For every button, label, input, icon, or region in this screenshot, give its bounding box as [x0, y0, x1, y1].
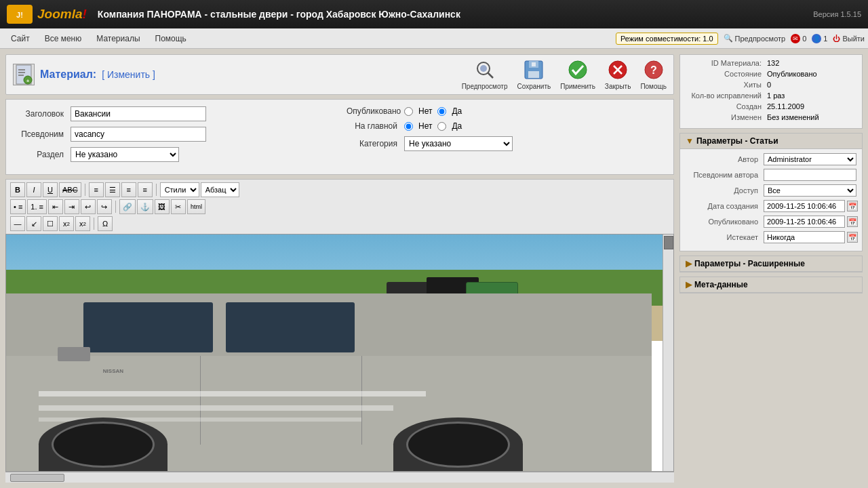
form-area: Заголовок Псевдоним Раздел Не указано	[5, 99, 674, 175]
alias-input[interactable]	[71, 127, 206, 142]
align-right-button[interactable]: ≡	[121, 182, 136, 197]
nav-materials[interactable]: Материалы	[89, 30, 147, 47]
source-button[interactable]: html	[187, 199, 205, 214]
navbar: Сайт Все меню Материалы Помощь Режим сов…	[0, 28, 868, 49]
cleanup-button[interactable]: ✂	[171, 199, 186, 214]
meta-section: ▶ Мета-данные	[679, 277, 863, 293]
align-left-button[interactable]: ≡	[89, 182, 104, 197]
params-article-section: ▼ Параметры - Статьи Автор Administrator…	[679, 133, 863, 251]
right-panel: ID Материала: 132 Состояние Опубликовано…	[679, 54, 863, 483]
bold-button[interactable]: B	[10, 182, 25, 197]
published-date-cal-icon[interactable]: 📅	[847, 216, 858, 227]
underline-button[interactable]: U	[43, 182, 58, 197]
strikethrough-button[interactable]: ABC	[59, 182, 81, 197]
link-button[interactable]: 🔗	[119, 199, 136, 214]
pagebreak-button[interactable]: ↙	[26, 216, 41, 231]
image-button[interactable]: 🖼	[155, 199, 170, 214]
meta-arrow: ▶	[686, 280, 692, 289]
compat-mode[interactable]: Режим совместимости: 1.0	[616, 33, 718, 45]
svg-point-15	[569, 61, 587, 79]
alias-label: Псевдоним	[13, 129, 64, 139]
users-icon: 👤	[812, 34, 821, 43]
svg-rect-3	[18, 69, 25, 70]
apply-button[interactable]: Применить	[560, 59, 595, 90]
svg-point-10	[480, 65, 487, 72]
hrule-button[interactable]: —	[10, 216, 25, 231]
preview-button[interactable]: Предпросмотр	[462, 59, 508, 90]
italic-button[interactable]: I	[26, 182, 41, 197]
expires-input[interactable]	[764, 231, 845, 243]
messages-item[interactable]: ✉ 0	[791, 34, 806, 43]
created-value: 25.11.2009	[767, 102, 804, 110]
editor-scrollbar-v[interactable]	[663, 235, 673, 471]
justify-button[interactable]: ≡	[138, 182, 153, 197]
close-button[interactable]: Закрыть	[605, 59, 631, 90]
page-subtitle[interactable]: [ Изменить ]	[102, 69, 155, 80]
logout-item[interactable]: ⏻ Выйти	[833, 35, 865, 43]
preview-link[interactable]: 🔍 Предпросмотр	[724, 34, 786, 43]
published-label: Опубликовано	[347, 106, 397, 116]
sup-button[interactable]: x2	[75, 216, 90, 231]
outdent-button[interactable]: ⇤	[48, 199, 63, 214]
styles-select[interactable]: Стили	[160, 182, 199, 197]
editor-content[interactable]: NISSAN	[5, 234, 674, 472]
joomla-text: Joomla!	[37, 7, 87, 22]
nav-help[interactable]: Помощь	[148, 30, 194, 47]
svg-text:J!: J!	[16, 11, 23, 19]
frontpage-no-radio[interactable]	[404, 122, 413, 131]
access-label: Доступ	[686, 186, 764, 195]
ul-button[interactable]: • ≡	[10, 199, 26, 214]
indent-button[interactable]: ⇥	[64, 199, 79, 214]
sub-button[interactable]: x2	[59, 216, 74, 231]
section-label: Раздел	[13, 150, 64, 159]
undo-button[interactable]: ↩	[81, 199, 96, 214]
expires-label: Истекает	[686, 233, 764, 241]
created-date-input[interactable]	[764, 200, 845, 212]
params-advanced-header[interactable]: ▶ Параметры - Расширенные	[680, 256, 862, 272]
svg-text:?: ?	[650, 64, 657, 76]
preview-label: Предпросмотр	[462, 83, 508, 90]
box-button[interactable]: ☐	[43, 216, 58, 231]
published-date-label: Опубликовано	[686, 218, 764, 226]
align-center-button[interactable]: ☰	[105, 182, 120, 197]
author-label: Автор	[686, 155, 764, 163]
separator3	[115, 201, 116, 213]
meta-header[interactable]: ▶ Мета-данные	[680, 277, 862, 293]
frontpage-yes-label: Да	[452, 121, 462, 131]
created-label: Создан	[686, 102, 767, 110]
save-label: Сохранить	[517, 83, 551, 90]
author-alias-label: Псевдоним автора	[686, 171, 764, 179]
published-date-input[interactable]	[764, 216, 845, 228]
published-yes-radio[interactable]	[437, 107, 446, 116]
nav-all-menu[interactable]: Все меню	[37, 30, 90, 47]
title-input[interactable]	[71, 106, 206, 121]
svg-text:+: +	[26, 78, 30, 84]
main-content: + Материал: [ Изменить ] Предпросмотр	[0, 49, 868, 488]
redo-button[interactable]: ↪	[97, 199, 112, 214]
title-bar: + Материал: [ Изменить ] Предпросмотр	[5, 54, 674, 95]
revisions-value: 1 раз	[767, 92, 785, 100]
svg-rect-14	[532, 62, 536, 66]
author-alias-input[interactable]	[764, 169, 856, 181]
users-item[interactable]: 👤 1	[812, 34, 827, 43]
access-select[interactable]: Все Зарегистрированные Специальные	[764, 184, 856, 197]
nav-site[interactable]: Сайт	[3, 30, 37, 47]
anchor-button[interactable]: ⚓	[137, 199, 153, 214]
created-date-cal-icon[interactable]: 📅	[847, 201, 858, 211]
author-select[interactable]: Administrator	[764, 153, 856, 165]
messages-icon: ✉	[791, 34, 800, 43]
category-select[interactable]: Не указано	[404, 136, 513, 151]
frontpage-yes-radio[interactable]	[437, 122, 446, 131]
published-no-radio[interactable]	[404, 107, 413, 116]
editor-scrollbar-h[interactable]	[5, 472, 674, 483]
expires-cal-icon[interactable]: 📅	[847, 232, 858, 243]
params-advanced-section: ▶ Параметры - Расширенные	[679, 256, 863, 272]
status-label: Состояние	[686, 70, 767, 78]
section-select[interactable]: Не указано	[71, 147, 179, 162]
ol-button[interactable]: 1. ≡	[27, 199, 47, 214]
special-chars-button[interactable]: Ω	[98, 216, 113, 231]
doc-icon: +	[13, 64, 35, 85]
format-select[interactable]: Абзац	[201, 182, 239, 197]
save-button[interactable]: Сохранить	[517, 59, 551, 90]
help-button[interactable]: ? Помощь	[640, 59, 667, 90]
